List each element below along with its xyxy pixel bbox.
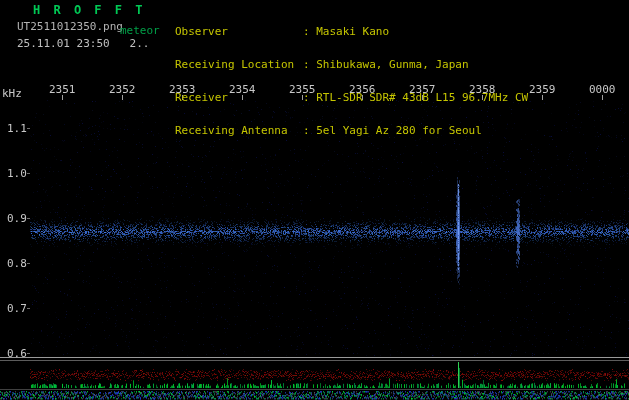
y-axis-tick-label: 0.8 bbox=[7, 258, 27, 269]
x-axis-time-label: 2357 bbox=[409, 84, 436, 95]
info-row-observer: Observer: Masaki Kano bbox=[175, 26, 528, 37]
app-title: H R O F F T bbox=[33, 5, 145, 16]
capture-file-id: UT2511012350.png bbox=[17, 21, 123, 32]
x-axis-time-label: 2359 bbox=[529, 84, 556, 95]
x-axis-time-label: 0000 bbox=[589, 84, 616, 95]
y-axis-tick-label: 1.0 bbox=[7, 168, 27, 179]
y-axis-tick-label: 0.9 bbox=[7, 213, 27, 224]
mode-label: meteor bbox=[120, 25, 160, 36]
observer-info-block: Observer: Masaki Kano Receiving Location… bbox=[175, 4, 528, 158]
x-axis-time-label: 2355 bbox=[289, 84, 316, 95]
info-row-antenna: Receiving Antenna: 5el Yagi Az 280 for S… bbox=[175, 125, 528, 136]
info-label-location: Receiving Location bbox=[175, 59, 303, 70]
info-value-antenna: : 5el Yagi Az 280 for Seoul bbox=[303, 124, 482, 137]
y-axis-tick-label: 1.1 bbox=[7, 123, 27, 134]
x-axis-time-label: 2352 bbox=[109, 84, 136, 95]
info-label-antenna: Receiving Antenna bbox=[175, 125, 303, 136]
info-label-observer: Observer bbox=[175, 26, 303, 37]
x-axis-time-label: 2356 bbox=[349, 84, 376, 95]
info-value-observer: : Masaki Kano bbox=[303, 25, 389, 38]
y-axis-tick-label: 0.6 bbox=[7, 348, 27, 359]
x-axis-time-label: 2353 bbox=[169, 84, 196, 95]
y-axis-tick-label: 0.7 bbox=[7, 303, 27, 314]
capture-datetime: 25.11.01 23:50 2.. bbox=[17, 38, 149, 49]
info-row-location: Receiving Location: Shibukawa, Gunma, Ja… bbox=[175, 59, 528, 70]
x-axis-time-label: 2351 bbox=[49, 84, 76, 95]
x-axis-time-label: 2358 bbox=[469, 84, 496, 95]
info-value-location: : Shibukawa, Gunma, Japan bbox=[303, 58, 469, 71]
y-axis-unit-label: kHz bbox=[2, 88, 22, 99]
x-axis-time-label: 2354 bbox=[229, 84, 256, 95]
hrofft-output: H R O F F T UT2511012350.png meteor 25.1… bbox=[0, 0, 629, 400]
